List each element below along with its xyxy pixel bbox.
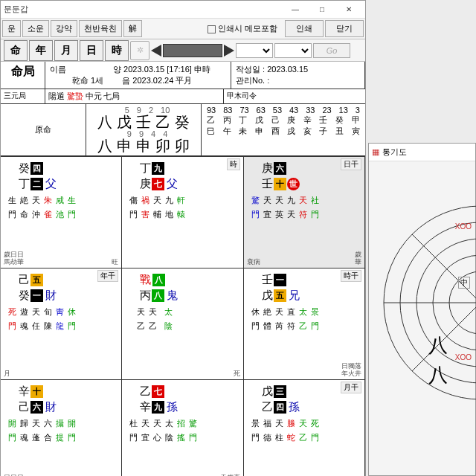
circ-ch2: 八 (428, 362, 448, 388)
sub-a: 三元局 (1, 89, 45, 103)
window-title: 문둔갑 (4, 4, 28, 15)
palace-2: 日干庚六壬十世驚天天九天社門宜英天符門衰病歲華 (244, 157, 365, 268)
slider[interactable] (163, 44, 222, 57)
memo-checkbox[interactable]: 인쇄시 메모포함 (208, 23, 277, 34)
nav-row: 命 年 月 日 時 ✲ Go (1, 39, 365, 62)
palace-5: 時干壬一戊五兄休絶天直太景門體芮符乙門日獨落年火井 (244, 268, 365, 380)
side-titlebar: ▦ 통기도 (369, 144, 475, 161)
pillar-chars: 59210 八戊壬乙癸 9944 八申申卯卯 (86, 104, 202, 155)
side-title: 통기도 (382, 147, 407, 158)
next-arrow-icon[interactable] (224, 45, 234, 57)
app-icon: ▦ (372, 147, 379, 157)
sub-bar: 三元局 陽遁 驚蟄 中元 七局 甲木司令 (1, 89, 365, 104)
palace-tag: 年干 (97, 270, 118, 282)
btn-strength[interactable]: 강약 (51, 20, 77, 37)
palace-8: 月干戊三乙四孫景福天螣天死門德柱蛇乙門墓胎 (244, 380, 365, 476)
close-btn[interactable]: 닫기 (325, 20, 364, 37)
btn-day[interactable]: 日 (80, 40, 103, 61)
btn-hae[interactable]: 解 (123, 20, 142, 37)
btn-hour[interactable]: 時 (105, 40, 129, 61)
palace-6: 辛十己六財開歸天六攝開門魂蓬合提門日日日亡祿校 (1, 380, 122, 476)
pillar-label-col: 原命 (1, 104, 86, 155)
main-window: 문둔갑 — □ ✕ 운 소운 강약 천반육친 解 인쇄시 메모포함 인쇄 닫기 … (0, 0, 366, 476)
palace-tag: 時干 (341, 270, 361, 282)
maximize-button[interactable]: □ (309, 1, 335, 18)
mid-tag: 中 (458, 277, 470, 289)
palace-4: 戰八丙八鬼天天太乙乙陰死 (122, 268, 243, 380)
print-button[interactable]: 인쇄 (285, 20, 324, 37)
btn-soun[interactable]: 소운 (22, 20, 49, 37)
palace-tag: 時 (227, 158, 240, 170)
daeun-col: 9383736353433323133 乙丙丁戊己庚辛壬癸甲 巳午未申酉戌亥子丑… (202, 104, 365, 155)
xoo-top: XOO (455, 222, 472, 231)
gear-icon[interactable]: ✲ (130, 41, 149, 60)
pillars-section: 原命 59210 八戊壬乙癸 9944 八申申卯卯 93837363534333… (1, 104, 365, 156)
juk-label: 命局 (1, 62, 45, 89)
sub-f: 甲木司令 (224, 89, 365, 103)
titlebar: 문둔갑 — □ ✕ (1, 1, 365, 19)
window-buttons: — □ ✕ (282, 1, 362, 18)
side-window: ▦ 통기도 XOO 中 八 八 XOO (368, 143, 476, 476)
btn-month[interactable]: 月 (54, 40, 78, 61)
prev-arrow-icon[interactable] (151, 45, 161, 57)
circ-ch1: 八 (428, 332, 448, 358)
palace-tag: 月干 (341, 382, 361, 393)
dropdown-1[interactable] (236, 43, 273, 58)
dropdown-2[interactable] (274, 43, 312, 58)
write-info: 작성일 : 2023.03.15 관리No. : (231, 62, 365, 89)
toolbar: 운 소운 강약 천반육친 解 인쇄시 메모포함 인쇄 닫기 (1, 19, 365, 39)
btn-year[interactable]: 年 (29, 40, 53, 61)
close-button[interactable]: ✕ (335, 1, 362, 18)
xoo-bot: XOO (455, 353, 472, 361)
minimize-button[interactable]: — (282, 1, 309, 18)
btn-cheonban[interactable]: 천반육친 (79, 20, 122, 37)
person-info: 이름 양 2023.03.15 [17:16] 申時 乾命 1세 음 2023.… (45, 62, 231, 89)
palace-7: 乙七辛九孫杜天天太招驚門宜心陰搖門胎天歲直馬劫年 (122, 380, 243, 476)
palace-tag: 日干 (341, 158, 361, 170)
palace-grid: 癸四丁二父生絶天朱咸生門命沖雀池門歲日日馬劫華旺時丁九庚七父傷禍天九軒門害輔地轅… (1, 156, 365, 476)
sub-mid: 陽遁 驚蟄 中元 七局 (45, 89, 224, 103)
circle-chart: XOO 中 八 八 XOO (369, 191, 473, 414)
btn-un[interactable]: 운 (2, 20, 21, 37)
palace-0: 癸四丁二父生絶天朱咸生門命沖雀池門歲日日馬劫華旺 (1, 157, 122, 268)
go-button[interactable]: Go (313, 43, 350, 58)
palace-3: 年干己五癸一財死遊天旬靑休門魂任陳龍門月 (1, 268, 122, 380)
info-bar: 命局 이름 양 2023.03.15 [17:16] 申時 乾命 1세 음 20… (1, 62, 365, 89)
btn-myeong[interactable]: 命 (4, 40, 28, 61)
palace-1: 時丁九庚七父傷禍天九軒門害輔地轅 (122, 157, 243, 268)
